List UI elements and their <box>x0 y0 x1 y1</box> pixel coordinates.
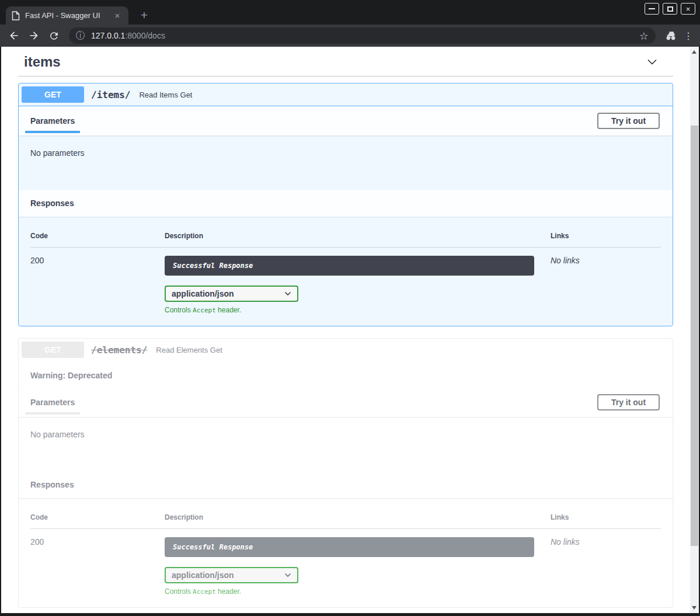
accept-note-pre: Controls <box>165 306 193 314</box>
url-path: :8000/docs <box>125 31 165 40</box>
accept-note-pre: Controls <box>165 587 193 596</box>
responses-header: Responses <box>19 190 673 217</box>
no-parameters-text: No parameters <box>30 148 85 158</box>
response-code: 200 <box>30 256 165 314</box>
back-icon <box>8 30 20 41</box>
deprecated-warning: Warning: Deprecated <box>19 361 673 388</box>
section-collapse-chevron-icon[interactable] <box>646 55 659 68</box>
scrollbar-up-icon[interactable] <box>692 50 696 54</box>
media-type-select[interactable]: application/json <box>165 567 298 583</box>
bookmark-star-icon[interactable]: ☆ <box>639 30 649 42</box>
opblock-summary[interactable]: GET /elements/ Read Elements Get <box>19 339 673 361</box>
browser-toolbar: ⓘ 127.0.0.1:8000/docs ☆ ⋮ <box>0 25 700 47</box>
tag-title: items <box>24 54 61 70</box>
try-it-out-button[interactable]: Try it out <box>597 394 660 410</box>
response-description-block: Successful Response <box>165 537 534 557</box>
accept-note-code: Accept <box>193 588 216 596</box>
col-code: Code <box>30 232 165 240</box>
method-badge: GET <box>22 86 84 103</box>
response-row: 200 Successful Response application/json… <box>30 248 661 314</box>
media-type-value: application/json <box>172 570 234 580</box>
reload-button[interactable] <box>47 29 61 43</box>
browser-tab[interactable]: Fast API - Swagger UI × <box>6 6 128 25</box>
response-description-cell: Successful Response application/json Con… <box>165 537 551 596</box>
browser-window: Fast API - Swagger UI × + × ⓘ 127.0.0.1:… <box>0 0 700 616</box>
close-window-button[interactable]: × <box>681 3 695 15</box>
endpoint-summary: Read Elements Get <box>156 346 222 354</box>
method-badge: GET <box>22 342 84 358</box>
col-description: Description <box>165 232 551 240</box>
response-code: 200 <box>30 537 165 596</box>
media-type-value: application/json <box>172 289 234 298</box>
parameters-body: No parameters <box>19 417 673 471</box>
maximize-button[interactable] <box>663 3 677 15</box>
forward-icon <box>28 30 40 41</box>
accept-note-post: header. <box>216 587 241 596</box>
swagger-page: items GET /items/ Read Items Get Paramet… <box>1 47 690 613</box>
page-viewport: items GET /items/ Read Items Get Paramet… <box>1 47 699 613</box>
accept-note-code: Accept <box>193 307 216 314</box>
accept-header-note: Controls Accept header. <box>165 587 551 596</box>
back-button[interactable] <box>7 29 21 43</box>
minimize-icon <box>649 8 655 9</box>
tab-close-icon[interactable]: × <box>112 11 123 21</box>
tab-parameters[interactable]: Parameters <box>30 116 75 126</box>
endpoint-path: /items/ <box>91 89 130 100</box>
close-icon: × <box>686 5 691 13</box>
select-chevron-down-icon <box>284 573 291 577</box>
parameters-header: Parameters Try it out <box>19 106 673 135</box>
no-parameters-text: No parameters <box>30 430 85 439</box>
scrollbar-down-icon[interactable] <box>692 606 696 610</box>
site-info-icon[interactable]: ⓘ <box>76 30 85 42</box>
url-host: 127.0.0.1 <box>91 31 125 40</box>
responses-table-head: Code Description Links <box>30 513 661 529</box>
parameters-body: No parameters <box>19 135 673 190</box>
tag-section-header[interactable]: items <box>18 49 673 76</box>
responses-header: Responses <box>19 471 673 498</box>
responses-title: Responses <box>30 480 74 489</box>
reload-icon <box>48 30 60 41</box>
new-tab-button[interactable]: + <box>137 8 152 23</box>
opblock-get-items: GET /items/ Read Items Get Parameters Tr… <box>18 83 673 326</box>
parameters-header: Parameters Try it out <box>19 388 673 417</box>
col-code: Code <box>30 513 165 521</box>
try-it-out-button[interactable]: Try it out <box>597 113 660 129</box>
page-favicon-icon <box>12 11 20 20</box>
maximize-icon <box>667 6 673 12</box>
col-description: Description <box>165 513 551 521</box>
responses-table: Code Description Links 200 Successful Re… <box>19 217 673 326</box>
response-row: 200 Successful Response application/json… <box>30 529 661 596</box>
minimize-button[interactable] <box>645 3 659 15</box>
responses-title: Responses <box>30 199 74 208</box>
url-bar[interactable]: ⓘ 127.0.0.1:8000/docs ☆ <box>69 27 656 44</box>
col-links: Links <box>551 232 661 240</box>
endpoint-summary: Read Items Get <box>139 91 192 99</box>
url-text: 127.0.0.1:8000/docs <box>91 31 165 40</box>
vertical-scrollbar[interactable] <box>690 47 699 613</box>
responses-table-head: Code Description Links <box>30 232 661 248</box>
response-description-text: Successful Response <box>173 262 253 270</box>
response-description-text: Successful Response <box>173 543 253 551</box>
accept-header-note: Controls Accept header. <box>165 306 551 314</box>
response-links: No links <box>551 256 661 314</box>
menu-kebab-icon[interactable]: ⋮ <box>684 30 693 41</box>
response-description-block: Successful Response <box>165 256 534 276</box>
response-links: No links <box>551 537 661 596</box>
col-links: Links <box>551 513 661 521</box>
opblock-summary[interactable]: GET /items/ Read Items Get <box>19 83 673 106</box>
forward-button[interactable] <box>27 29 41 43</box>
tab-title: Fast API - Swagger UI <box>25 11 107 20</box>
accept-note-post: header. <box>216 306 241 314</box>
window-controls: × <box>645 3 695 15</box>
opblock-get-elements-deprecated: GET /elements/ Read Elements Get Warning… <box>18 338 673 608</box>
responses-table: Code Description Links 200 Successful Re… <box>19 498 673 607</box>
response-description-cell: Successful Response application/json Con… <box>165 256 551 314</box>
tab-parameters[interactable]: Parameters <box>30 398 75 407</box>
media-type-select[interactable]: application/json <box>165 286 298 302</box>
select-chevron-down-icon <box>284 291 291 296</box>
incognito-icon <box>664 29 678 43</box>
endpoint-path: /elements/ <box>91 344 147 356</box>
tab-bar: Fast API - Swagger UI × + × <box>0 0 700 25</box>
scrollbar-thumb[interactable] <box>691 126 698 546</box>
